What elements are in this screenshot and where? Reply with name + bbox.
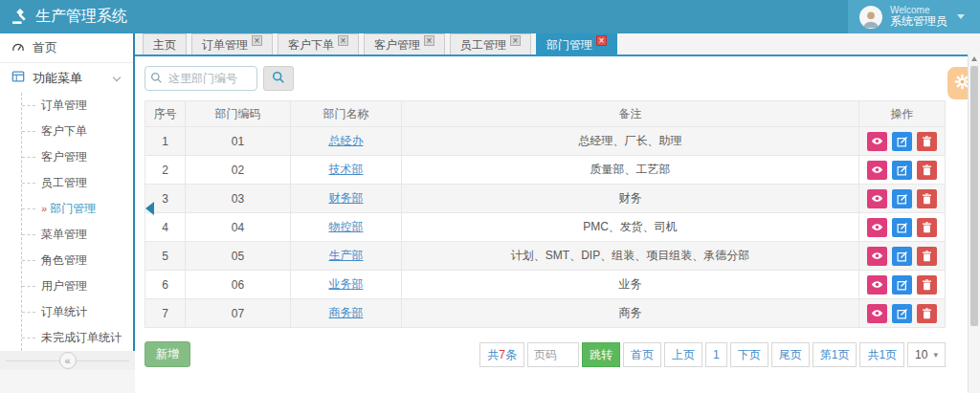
- delete-button[interactable]: [917, 275, 937, 295]
- cell-name: 财务部: [291, 185, 402, 213]
- add-button[interactable]: 新增: [145, 341, 190, 367]
- gavel-icon: [11, 9, 28, 25]
- col-header-remark: 备注: [402, 101, 859, 127]
- sidebar-item-customer-mgmt[interactable]: 客户管理: [22, 144, 133, 170]
- tab-department-mgmt[interactable]: 部门管理 ×: [536, 33, 617, 55]
- view-button[interactable]: [867, 247, 887, 266]
- sidebar-submenu: 订单管理 客户下单 客户管理 员工管理 »部门管理 菜单管理 角色管理 用户管理…: [21, 93, 133, 351]
- jump-button[interactable]: 跳转: [582, 342, 620, 367]
- close-icon[interactable]: ×: [596, 35, 607, 46]
- sidebar-item-user-mgmt[interactable]: 用户管理: [22, 273, 133, 299]
- vertical-scrollbar[interactable]: [968, 53, 980, 393]
- department-link[interactable]: 商务部: [329, 306, 364, 319]
- page-size-select[interactable]: 10 ▾: [907, 342, 946, 367]
- view-button[interactable]: [867, 275, 887, 295]
- next-page-button[interactable]: 下页: [730, 342, 768, 367]
- user-text: Welcome 系统管理员: [890, 5, 947, 29]
- sidebar-item-order-stats[interactable]: 订单统计: [22, 299, 133, 325]
- search-input-wrap: [145, 66, 257, 91]
- sidebar-item-customer-order[interactable]: 客户下单: [22, 119, 133, 144]
- user-menu[interactable]: Welcome 系统管理员: [848, 0, 980, 33]
- department-table: 序号 部门编码 部门名称 备注 操作 1 01 总经办 总经理、厂长、助理: [145, 100, 946, 328]
- select-caret-icon: ▾: [933, 343, 938, 366]
- view-button[interactable]: [867, 161, 887, 180]
- collapse-icon[interactable]: «: [59, 352, 77, 369]
- cell-no: 2: [145, 156, 186, 185]
- caret-down-icon: [957, 14, 965, 19]
- department-link[interactable]: 业务部: [329, 277, 364, 291]
- cell-no: 7: [145, 299, 186, 328]
- view-button[interactable]: [867, 304, 887, 323]
- first-page-button[interactable]: 首页: [623, 342, 661, 367]
- sidebar-item-menu-mgmt[interactable]: 菜单管理: [22, 222, 133, 248]
- edit-button[interactable]: [892, 132, 912, 151]
- cell-code: 04: [186, 213, 291, 242]
- active-pointer-icon: [145, 202, 154, 215]
- dashboard-icon: [11, 40, 25, 56]
- sidebar-item-unfinished-order-stats[interactable]: 未完成订单统计: [22, 325, 133, 351]
- cell-code: 07: [186, 299, 291, 328]
- delete-button[interactable]: [917, 218, 937, 237]
- view-button[interactable]: [867, 132, 887, 151]
- tab-home[interactable]: 主页: [143, 33, 187, 55]
- cell-remark: 商务: [402, 299, 859, 328]
- tab-customer-mgmt[interactable]: 客户管理 ×: [364, 33, 445, 55]
- cell-remark: 总经理、厂长、助理: [402, 127, 859, 156]
- sidebar-item-employee-mgmt[interactable]: 员工管理: [22, 170, 133, 196]
- edit-button[interactable]: [892, 218, 912, 237]
- prev-page-button[interactable]: 上页: [664, 342, 702, 367]
- cell-name: 业务部: [291, 271, 402, 299]
- delete-button[interactable]: [917, 247, 937, 266]
- tab-order-mgmt[interactable]: 订单管理 ×: [191, 33, 273, 55]
- cell-remark: 质量部、工艺部: [402, 156, 859, 185]
- tab-bar: 主页 订单管理 × 客户下单 × 客户管理 × 员工管理 × 部门管理 ×: [135, 33, 980, 56]
- department-link[interactable]: 生产部: [329, 249, 364, 262]
- cell-actions: [859, 271, 946, 299]
- tab-label: 主页: [153, 35, 176, 55]
- cell-name: 生产部: [291, 242, 402, 271]
- close-icon[interactable]: ×: [424, 35, 434, 46]
- sidebar-item-department-mgmt[interactable]: »部门管理: [22, 196, 133, 222]
- department-link[interactable]: 财务部: [329, 191, 364, 205]
- close-icon[interactable]: ×: [510, 35, 521, 46]
- view-button[interactable]: [867, 218, 887, 237]
- sidebar-item-home[interactable]: 首页: [0, 33, 133, 62]
- page-1-button[interactable]: 1: [705, 342, 727, 367]
- delete-button[interactable]: [917, 304, 937, 323]
- col-header-op: 操作: [859, 101, 946, 127]
- tab-employee-mgmt[interactable]: 员工管理 ×: [450, 33, 531, 55]
- total-pages-label: 共1页: [859, 342, 904, 367]
- tab-label: 客户管理: [374, 35, 420, 55]
- department-link[interactable]: 总经办: [329, 134, 364, 147]
- delete-button[interactable]: [917, 132, 937, 151]
- table-footer: 新增 共7条 跳转 首页 上页 1 下页 尾页 第1页 共1页 10 ▾: [145, 341, 946, 367]
- pagination: 共7条 跳转 首页 上页 1 下页 尾页 第1页 共1页 10 ▾: [479, 342, 946, 367]
- search-button[interactable]: [263, 66, 294, 91]
- edit-button[interactable]: [892, 275, 912, 295]
- close-icon[interactable]: ×: [338, 35, 348, 46]
- cell-name: 商务部: [291, 299, 402, 328]
- delete-button[interactable]: [917, 161, 937, 180]
- tab-customer-order[interactable]: 客户下单 ×: [278, 33, 359, 55]
- sidebar-collapse-toggle[interactable]: «: [0, 351, 135, 370]
- department-link[interactable]: 物控部: [329, 220, 364, 233]
- edit-button[interactable]: [892, 247, 912, 266]
- sidebar-item-order-mgmt[interactable]: 订单管理: [22, 93, 133, 119]
- sidebar-item-role-mgmt[interactable]: 角色管理: [22, 248, 133, 273]
- page-number-input[interactable]: [527, 342, 579, 367]
- edit-button[interactable]: [892, 161, 912, 180]
- department-link[interactable]: 技术部: [329, 163, 364, 176]
- total-prefix: 共: [487, 348, 499, 361]
- delete-button[interactable]: [917, 189, 937, 208]
- close-icon[interactable]: ×: [252, 35, 262, 46]
- scrollbar-thumb[interactable]: [970, 66, 978, 326]
- edit-button[interactable]: [892, 304, 912, 323]
- department-panel: 序号 部门编码 部门名称 备注 操作 1 01 总经办 总经理、厂长、助理: [135, 56, 980, 393]
- current-page-label: 第1页: [813, 342, 858, 367]
- edit-button[interactable]: [892, 189, 912, 208]
- view-button[interactable]: [867, 189, 887, 208]
- last-page-button[interactable]: 尾页: [771, 342, 810, 367]
- sidebar-group-menu[interactable]: 功能菜单: [0, 62, 133, 93]
- scroll-up-icon[interactable]: [969, 53, 980, 64]
- table-row: 1 01 总经办 总经理、厂长、助理: [145, 127, 946, 156]
